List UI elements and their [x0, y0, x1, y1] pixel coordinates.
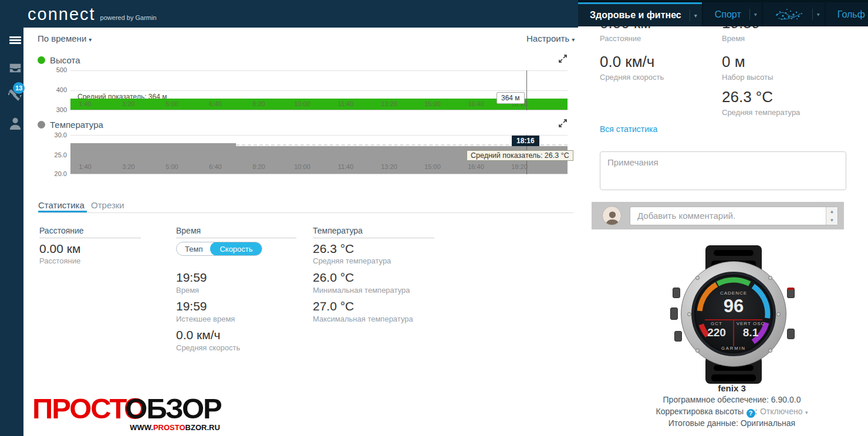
watch-field2-label: GCT [699, 321, 734, 326]
device-watch-image: CADENCE 96 GCT 220 VERT OSC 8.1 GARMIN [668, 245, 799, 384]
tab-laps[interactable]: Отрезки [91, 200, 124, 210]
comment-input[interactable] [630, 207, 838, 225]
tab-statistics[interactable]: Статистика [38, 200, 85, 210]
menu-icon[interactable] [7, 35, 23, 45]
temperature-xtick: 6:40 [209, 163, 221, 170]
comment-bar: ▲ ▼ [592, 202, 844, 229]
max-temp-value: 27.0 °C [313, 299, 354, 313]
altitude-xtick: 15:00 [424, 100, 441, 107]
altitude-crosshair [526, 70, 527, 110]
view-mode-dropdown[interactable]: По времени▾ [38, 33, 92, 43]
temperature-ytick: 25.0 [48, 151, 67, 158]
temperature-legend[interactable]: Температура [38, 120, 103, 130]
watermark-url: BZOR.RU [185, 423, 220, 432]
watch-field1-value: 96 [694, 296, 773, 317]
temperature-time-tooltip: 18:16 [512, 136, 539, 146]
step-down-icon[interactable]: ▼ [826, 216, 837, 225]
all-statistics-link[interactable]: Вся статистика [600, 124, 657, 134]
tab-sport[interactable]: Спорт ▾ [703, 2, 762, 26]
altitude-xtick: 8:20 [252, 100, 265, 107]
tab-health-fitness[interactable]: Здоровье и фитнес ▾ [578, 2, 702, 26]
temperature-chart[interactable]: 1:40 3:20 5:00 6:40 8:20 10:00 11:40 13:… [70, 135, 568, 174]
distance-value: 0.00 км [39, 242, 80, 256]
watermark-text: ПРОСТ [32, 393, 125, 424]
notification-badge[interactable]: 13 [13, 82, 25, 94]
altitude-xtick: 3:20 [122, 100, 134, 107]
toggle-pace[interactable]: Темп [177, 242, 211, 255]
elevation-correction-value[interactable]: Отключено [760, 407, 803, 416]
tab-obscured[interactable]: ▾ [763, 2, 825, 26]
watermark-text: БЗОР [146, 393, 221, 424]
watch-brand-label: GARMIN [694, 346, 773, 351]
pace-speed-toggle[interactable]: Темп Скорость [176, 242, 262, 256]
temperature-xtick: 5:00 [166, 163, 178, 170]
altitude-chart[interactable]: Средний показатель: 364 м 1:40 3:20 5:00… [70, 70, 568, 110]
min-temp-value: 26.0 °C [313, 271, 354, 285]
altitude-xtick: 11:40 [338, 100, 354, 107]
temperature-xtick: 16:40 [468, 163, 484, 170]
tab-caret-icon[interactable]: ▾ [812, 9, 825, 20]
altitude-xtick: 10:00 [294, 100, 310, 107]
summary-elevgain-value: 0 м [722, 53, 745, 71]
customize-label: Настроить [526, 33, 569, 43]
altitude-legend-label: Высота [50, 55, 80, 65]
temperature-xtick: 15:00 [424, 163, 441, 170]
temperature-xtick: 13:20 [381, 163, 397, 170]
comment-stepper[interactable]: ▲ ▼ [826, 207, 837, 225]
elapsed-time-value: 19:59 [176, 299, 207, 313]
watch-screen: CADENCE 96 GCT 220 VERT OSC 8.1 GARMIN [691, 272, 776, 356]
altitude-ytick: 500 [52, 66, 67, 73]
avatar [602, 206, 622, 225]
temperature-xtick: 10:00 [294, 163, 310, 170]
inbox-icon[interactable] [7, 62, 23, 75]
temperature-xtick: 11:40 [338, 163, 354, 170]
temperature-legend-label: Температура [50, 120, 103, 130]
temperature-expand-icon[interactable] [559, 119, 567, 130]
help-icon[interactable]: ? [747, 409, 755, 418]
step-up-icon[interactable]: ▲ [826, 207, 837, 216]
toggle-speed[interactable]: Скорость [210, 242, 262, 256]
tab-golf[interactable]: Гольф ▾ [826, 2, 868, 26]
tab-label: Гольф [826, 9, 868, 20]
min-temp-label: Минимальная температура [313, 286, 410, 295]
tab-caret-icon[interactable]: ▾ [690, 10, 702, 21]
device-name: fenix 3 [610, 383, 853, 393]
device-firmware: Программное обеспечение: 6.90.0.0 [663, 395, 801, 404]
profile-icon[interactable] [7, 116, 23, 130]
summary-temp-value: 26.3 °C [722, 88, 773, 106]
watermark-text: О [125, 393, 146, 424]
altitude-tooltip: 364 м [497, 92, 525, 104]
device-summary-data: Итоговые данные: Оригинальная [668, 418, 795, 428]
watermark-url: WWW. [130, 423, 153, 432]
watch-field2-value: 220 [699, 326, 734, 339]
avg-temp-value: 26.3 °C [313, 242, 354, 256]
max-temp-label: Максимальная температура [313, 315, 413, 323]
caret-down-icon: ▾ [89, 36, 92, 43]
elapsed-time-label: Истекшее время [176, 315, 235, 323]
caret-down-icon: ▾ [572, 36, 575, 43]
watermark-url: PROSTO [153, 423, 185, 432]
distance-col-header: Расстояние [39, 226, 84, 235]
altitude-expand-icon[interactable] [559, 55, 567, 65]
altitude-ytick: 400 [52, 86, 67, 93]
temperature-legend-dot [38, 121, 45, 129]
time-label: Время [176, 286, 199, 295]
summary-speed-value: 0.0 км/ч [600, 53, 654, 71]
avg-speed-value: 0.0 км/ч [176, 328, 220, 342]
altitude-legend[interactable]: Высота [38, 55, 80, 65]
summary-distance-label: Расстояние [600, 34, 641, 43]
customize-dropdown[interactable]: Настроить▾ [526, 33, 575, 43]
temperature-avg-tooltip: Средний показатель: 26.3 °C [467, 150, 573, 161]
altitude-xtick: 1:40 [79, 100, 91, 107]
temperature-ytick: 30.0 [48, 131, 67, 138]
elevation-correction-caret-icon[interactable]: ▾ [805, 410, 808, 415]
header-bar: connect powered by Garmin [0, 0, 578, 28]
notes-textarea[interactable] [600, 151, 846, 190]
avg-speed-label: Средняя скорость [176, 343, 240, 352]
tab-caret-icon[interactable]: ▾ [749, 9, 762, 20]
watch-field3-value: 8.1 [733, 326, 768, 339]
distance-label: Расстояние [39, 256, 80, 265]
elevation-correction-label: Корректировка высоты [656, 407, 744, 416]
summary-time-label: Время [722, 34, 745, 43]
connect-logo: connect powered by Garmin [28, 5, 157, 24]
